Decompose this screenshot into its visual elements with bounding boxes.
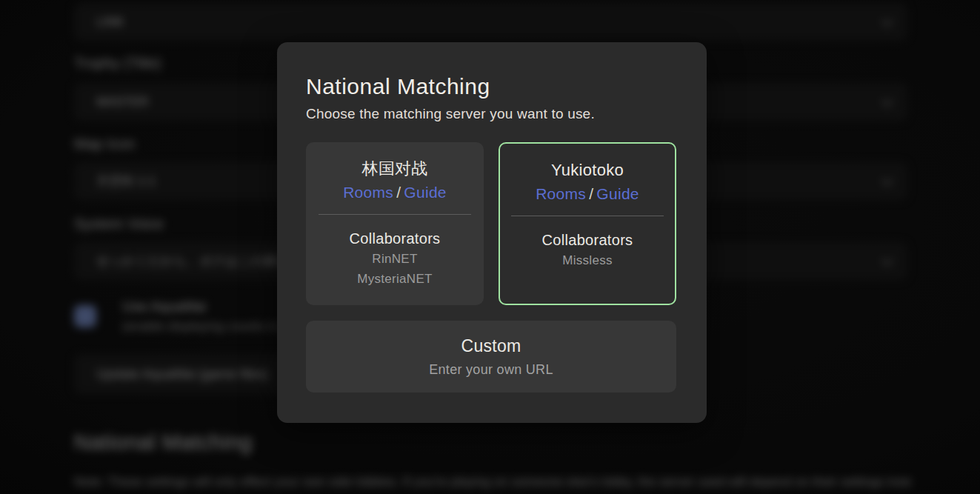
- guide-link[interactable]: Guide: [404, 184, 447, 201]
- dialog-title: National Matching: [306, 42, 678, 99]
- collaborators-heading: Collaborators: [350, 230, 441, 247]
- collaborator-name: MysteriaNET: [357, 271, 433, 287]
- server-name: Yukiotoko: [551, 161, 624, 180]
- settings-page: LINK Trophy (Title) MASTER Map Icon 天空街 …: [0, 0, 980, 494]
- collaborator-name: RinNET: [372, 251, 417, 267]
- guide-link[interactable]: Guide: [596, 185, 639, 202]
- rooms-link[interactable]: Rooms: [536, 185, 586, 202]
- server-links: Rooms/Guide: [536, 184, 639, 203]
- server-links: Rooms/Guide: [343, 183, 447, 201]
- card-divider: [511, 216, 664, 216]
- server-options-row: 林国对战 Rooms/Guide Collaborators RinNET My…: [306, 142, 678, 305]
- server-card-linguo[interactable]: 林国对战 Rooms/Guide Collaborators RinNET My…: [306, 142, 484, 305]
- dialog-subtitle: Choose the matching server you want to u…: [306, 106, 678, 122]
- server-card-yukiotoko[interactable]: Yukiotoko Rooms/Guide Collaborators Miss…: [499, 142, 676, 305]
- rooms-link[interactable]: Rooms: [343, 184, 393, 201]
- custom-server-card[interactable]: Custom Enter your own URL: [306, 321, 676, 393]
- custom-card-title: Custom: [461, 336, 521, 356]
- collaborators-heading: Collaborators: [542, 231, 633, 249]
- collaborator-name: Missless: [562, 253, 613, 269]
- link-separator: /: [393, 184, 404, 201]
- custom-card-subtitle: Enter your own URL: [429, 361, 553, 378]
- card-divider: [319, 214, 471, 215]
- server-name: 林国对战: [361, 159, 427, 178]
- national-matching-dialog: National Matching Choose the matching se…: [277, 42, 707, 423]
- link-separator: /: [586, 185, 596, 202]
